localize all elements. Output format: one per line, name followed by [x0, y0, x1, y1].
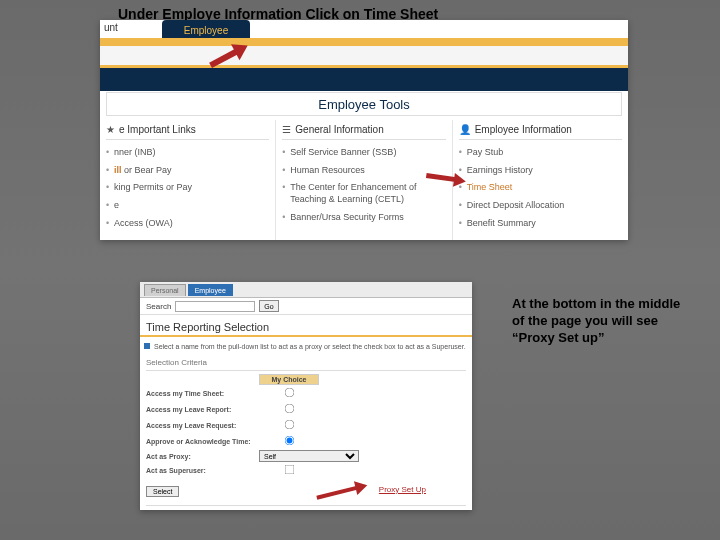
row-label: Act as Superuser:	[146, 467, 259, 474]
list-icon: ☰	[282, 124, 291, 135]
navy-bar	[100, 65, 628, 91]
star-icon: ★	[106, 124, 115, 135]
list-item[interactable]: Direct Deposit Allocation	[459, 197, 622, 215]
employee-tools-screenshot: unt Employee Employee Tools ★ e Importan…	[100, 20, 628, 240]
list-item[interactable]: Human Resources	[282, 162, 445, 180]
radio-leave-request[interactable]	[284, 420, 294, 430]
radio-leave-report[interactable]	[284, 404, 294, 414]
list-item[interactable]: Earnings History	[459, 162, 622, 180]
list-item[interactable]: e	[106, 197, 269, 215]
col-header-employee-label: Employee Information	[475, 124, 572, 135]
list-item[interactable]: Banner/Ursa Security Forms	[282, 209, 445, 227]
col-header-general-label: General Information	[295, 124, 383, 135]
banner-tabs: Personal Employee	[140, 282, 472, 298]
tab-employee[interactable]: Employee	[188, 284, 233, 296]
search-bar: Search Go	[140, 298, 472, 315]
proxy-set-up-link[interactable]: Proxy Set Up	[379, 485, 426, 494]
table-header: My Choice	[259, 374, 319, 385]
row-label: Access my Time Sheet:	[146, 390, 259, 397]
list-item[interactable]: Benefit Summary	[459, 215, 622, 233]
bearpay-suffix: or Bear Pay	[122, 165, 172, 175]
table-row: Approve or Acknowledge Time:	[146, 434, 466, 449]
gold-rule	[140, 335, 472, 337]
list-item[interactable]: king Permits or Pay	[106, 179, 269, 197]
bearpay-prefix: ill	[114, 165, 122, 175]
table-row: Act as Proxy:Self	[146, 450, 466, 462]
col-header-important-label: e Important Links	[119, 124, 196, 135]
search-label: Search	[146, 302, 171, 311]
col-header-general: ☰ General Information	[282, 124, 445, 140]
row-label: Approve or Acknowledge Time:	[146, 438, 259, 445]
list-item[interactable]: The Center for Enhancement of Teaching &…	[282, 179, 445, 208]
radio-time-sheet[interactable]	[284, 388, 294, 398]
person-icon: 👤	[459, 124, 471, 135]
row-label: Access my Leave Report:	[146, 406, 259, 413]
list-item[interactable]: Access (OWA)	[106, 215, 269, 233]
time-sheet-link[interactable]: Time Sheet	[459, 179, 622, 197]
arrow-to-proxy-setup	[315, 477, 373, 504]
divider	[146, 505, 466, 506]
portal-left-fragment: unt	[100, 20, 122, 35]
instruction-side: At the bottom in the middle of the page …	[512, 296, 688, 347]
table-row: Access my Leave Request:	[146, 418, 466, 433]
col-important-links: ★ e Important Links nner (INB) ill or Be…	[100, 120, 276, 240]
tool-columns: ★ e Important Links nner (INB) ill or Be…	[100, 120, 628, 240]
row-label: Act as Proxy:	[146, 453, 259, 460]
table-row: Access my Leave Report:	[146, 402, 466, 417]
employee-tab-label: Employee	[184, 25, 228, 36]
row-label: Access my Leave Request:	[146, 422, 259, 429]
tab-personal[interactable]: Personal	[144, 284, 186, 296]
table-row: Act as Superuser:	[146, 463, 466, 478]
list-item[interactable]: Pay Stub	[459, 144, 622, 162]
col-employee-info: 👤 Employee Information Pay Stub Earnings…	[453, 120, 628, 240]
list-item[interactable]: ill or Bear Pay	[106, 162, 269, 180]
search-input[interactable]	[175, 301, 255, 312]
go-button[interactable]: Go	[259, 300, 278, 312]
employee-tab[interactable]: Employee	[162, 20, 250, 38]
gold-divider	[100, 38, 628, 46]
employee-tools-ribbon: Employee Tools	[106, 92, 622, 116]
section-heading: Selection Criteria	[140, 352, 472, 369]
page-title: Time Reporting Selection	[140, 315, 472, 335]
time-reporting-screenshot: Personal Employee Search Go Time Reporti…	[140, 282, 472, 510]
superuser-checkbox[interactable]	[284, 465, 294, 475]
select-button[interactable]: Select	[146, 486, 179, 497]
release-label: RELEASE: 8.2	[140, 509, 472, 510]
list-item[interactable]: nner (INB)	[106, 144, 269, 162]
table-row: Access my Time Sheet:	[146, 386, 466, 401]
radio-approve[interactable]	[284, 436, 294, 446]
list-item[interactable]: Self Service Banner (SSB)	[282, 144, 445, 162]
proxy-select[interactable]: Self	[259, 450, 359, 462]
col-header-employee: 👤 Employee Information	[459, 124, 622, 140]
page-instruction: Select a name from the pull-down list to…	[140, 341, 472, 352]
divider	[146, 370, 466, 371]
selection-table: My Choice Access my Time Sheet: Access m…	[140, 374, 472, 478]
col-header-important: ★ e Important Links	[106, 124, 269, 140]
band	[100, 46, 628, 65]
